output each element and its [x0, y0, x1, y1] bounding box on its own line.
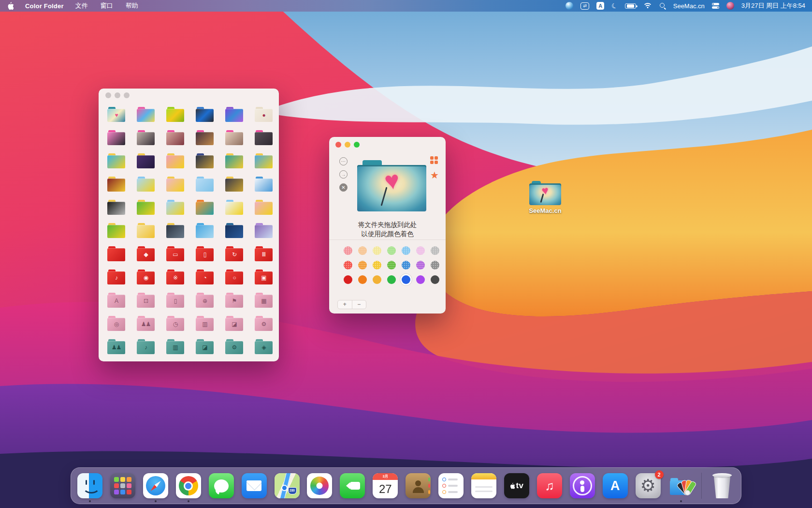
folder-icon-59[interactable]: ⚙ — [255, 316, 273, 331]
folder-icon-15[interactable] — [196, 153, 214, 168]
chrome-dock-icon[interactable] — [176, 473, 201, 498]
gallery-grid-icon[interactable] — [430, 156, 438, 164]
folder-icon-53[interactable]: ▦ — [255, 293, 273, 308]
folder-icon-41[interactable]: Ⅲ — [255, 246, 273, 261]
menubar-menu-1[interactable]: 窗口 — [101, 1, 113, 10]
folder-icon-58[interactable]: ◪ — [225, 316, 243, 331]
notes-dock-icon[interactable] — [471, 473, 496, 498]
launchpad-dock-icon[interactable] — [110, 473, 135, 498]
color-swatch-2-2[interactable] — [373, 275, 381, 284]
folder-icon-63[interactable]: ◪ — [196, 339, 214, 354]
folder-icon-7[interactable] — [137, 130, 155, 145]
dock-item-notes[interactable] — [471, 468, 496, 503]
folder-icon-37[interactable]: ◆ — [137, 246, 155, 261]
dock-item-contacts[interactable] — [406, 468, 431, 503]
folder-icon-21[interactable] — [196, 177, 214, 192]
dock-item-colorfolder[interactable] — [668, 468, 694, 503]
color-swatch-2-6[interactable] — [431, 275, 439, 284]
folder-icon-35[interactable] — [255, 223, 273, 238]
folder-icon-51[interactable]: ⊕ — [196, 293, 214, 308]
folder-icon-16[interactable] — [225, 153, 243, 168]
folder-icon-23[interactable] — [255, 177, 273, 192]
more-options-button[interactable]: ⋯ — [339, 157, 348, 165]
favorite-star-icon[interactable]: ★ — [430, 170, 439, 180]
battery-icon[interactable] — [625, 3, 636, 9]
folder-icon-9[interactable] — [196, 130, 214, 145]
music-dock-icon[interactable]: ♫ — [537, 473, 562, 498]
color-swatch-2-5[interactable] — [416, 275, 425, 284]
folder-icon-2[interactable] — [166, 107, 184, 122]
folder-icon-42[interactable]: ♪ — [107, 269, 125, 284]
folder-icon-46[interactable]: ○ — [225, 269, 243, 284]
color-folder-window[interactable]: ⋯ → ✕ ♥ ★ 将文件夹拖放到此处 以使用此颜色着色 + − — [329, 137, 446, 314]
folder-icon-14[interactable] — [166, 153, 184, 168]
folder-icon-29[interactable] — [255, 200, 273, 215]
dock-item-podcasts[interactable] — [570, 468, 595, 503]
add-color-button[interactable]: + — [338, 300, 352, 309]
menubar-app-name[interactable]: Color Folder — [25, 2, 64, 10]
dock-item-facetime[interactable] — [340, 468, 365, 503]
apply-forward-button[interactable]: → — [339, 170, 348, 179]
folder-icon-22[interactable] — [225, 177, 243, 192]
folder-icon-32[interactable] — [166, 223, 184, 238]
color-swatch-1-0[interactable] — [344, 261, 352, 269]
folder-icon-47[interactable]: ▣ — [255, 269, 273, 284]
dock-item-photos[interactable] — [307, 468, 332, 503]
minimize-button[interactable] — [115, 92, 120, 98]
folder-icon-60[interactable]: ♟♟ — [107, 339, 125, 354]
close-button[interactable] — [335, 142, 341, 148]
desktop-icon-seemac[interactable]: ♥ SeeMac.cn — [528, 181, 563, 214]
mail-dock-icon[interactable] — [242, 473, 267, 498]
zoom-button[interactable] — [354, 142, 360, 148]
calendar-dock-icon[interactable]: 3月27 — [373, 473, 398, 498]
folder-icon-20[interactable] — [166, 177, 184, 192]
input-a-icon[interactable]: A — [596, 2, 604, 10]
dock-item-appstore[interactable]: A — [603, 468, 628, 503]
color-swatch-2-3[interactable] — [387, 275, 396, 284]
dock-item-messages[interactable] — [209, 468, 234, 503]
color-swatch-0-1[interactable] — [358, 246, 367, 255]
dock-item-maps[interactable]: 280 — [275, 468, 300, 503]
folder-set-window[interactable]: ♥●◆▭▯↻Ⅲ♪◉※◔○▣A⊡▯⊕⚑▦◎♟♟◷▥◪⚙♟♟♪▥◪⚙◈ — [99, 89, 279, 361]
trash-icon[interactable] — [711, 473, 733, 498]
folder-icon-11[interactable] — [255, 130, 273, 145]
reminders-dock-icon[interactable] — [438, 473, 464, 498]
appletv-dock-icon[interactable]: tv — [504, 473, 529, 498]
maps-dock-icon[interactable]: 280 — [275, 473, 300, 498]
app-sphere-icon[interactable] — [566, 2, 573, 10]
safari-dock-icon[interactable] — [143, 473, 168, 498]
folder-icon-55[interactable]: ♟♟ — [137, 316, 155, 331]
window-controls[interactable] — [105, 92, 130, 98]
folder-icon-48[interactable]: A — [107, 293, 125, 308]
folder-icon-49[interactable]: ⊡ — [137, 293, 155, 308]
folder-icon-40[interactable]: ↻ — [225, 246, 243, 261]
remove-color-button[interactable]: − — [352, 300, 366, 309]
folder-icon-6[interactable] — [107, 130, 125, 145]
folder-icon-52[interactable]: ⚑ — [225, 293, 243, 308]
clear-button[interactable]: ✕ — [339, 183, 348, 192]
dock-item-calendar[interactable]: 3月27 — [373, 468, 398, 503]
sync-icon[interactable]: ⇄ — [580, 2, 589, 10]
menubar-hostname[interactable]: SeeMac.cn — [673, 2, 705, 10]
folder-icon-25[interactable] — [137, 200, 155, 215]
dock-item-music[interactable]: ♫ — [537, 468, 562, 503]
folder-icon-13[interactable] — [137, 153, 155, 168]
folder-icon-33[interactable] — [196, 223, 214, 238]
dock-item-mail[interactable] — [242, 468, 267, 503]
contacts-dock-icon[interactable] — [406, 473, 431, 498]
folder-icon-61[interactable]: ♪ — [137, 339, 155, 354]
folder-icon-3[interactable] — [196, 107, 214, 122]
finder-dock-icon[interactable] — [77, 473, 102, 498]
colorfolder-dock-icon[interactable] — [668, 473, 694, 498]
folder-icon-18[interactable] — [107, 177, 125, 192]
folder-icon-31[interactable] — [137, 223, 155, 238]
menubar-menu-2[interactable]: 帮助 — [126, 1, 138, 10]
messages-dock-icon[interactable] — [209, 473, 234, 498]
folder-icon-24[interactable] — [107, 200, 125, 215]
appstore-dock-icon[interactable]: A — [603, 473, 628, 498]
spotlight-icon[interactable] — [659, 2, 666, 9]
app-ball-icon[interactable] — [726, 2, 734, 10]
folder-icon-38[interactable]: ▭ — [166, 246, 184, 261]
color-swatch-1-3[interactable] — [387, 261, 396, 269]
folder-icon-62[interactable]: ▥ — [166, 339, 184, 354]
